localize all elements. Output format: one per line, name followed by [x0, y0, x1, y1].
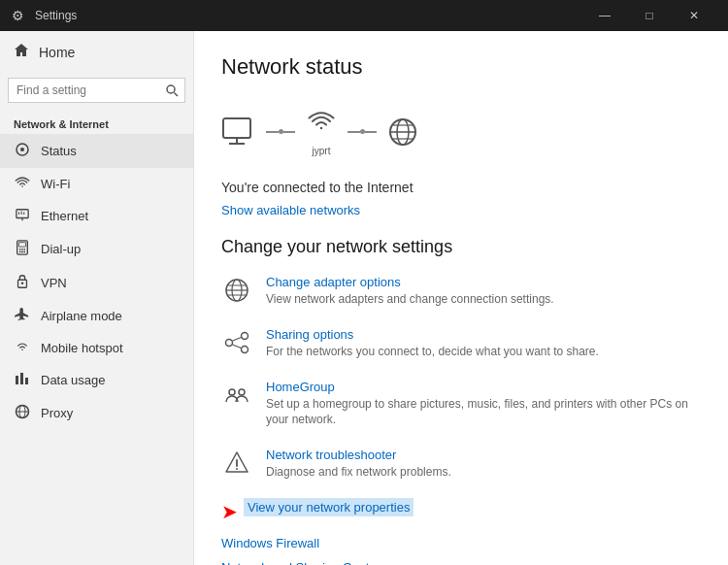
sharing-desc: For the networks you connect to, decide …	[266, 344, 701, 360]
troubleshooter-desc: Diagnose and fix network problems.	[266, 464, 701, 481]
svg-rect-25	[223, 118, 250, 138]
network-diagram: jyрrt	[221, 99, 701, 164]
network-sharing-center-row: Network and Sharing Center	[221, 560, 701, 565]
red-arrow-icon: ➤	[221, 500, 238, 523]
wifi-icon	[14, 176, 31, 192]
svg-point-15	[21, 251, 23, 253]
svg-line-1	[174, 92, 178, 96]
svg-point-11	[19, 249, 21, 250]
search-box	[8, 78, 185, 103]
svg-point-43	[229, 389, 235, 395]
troubleshooter-icon	[221, 448, 252, 479]
sharing-text: Sharing options For the networks you con…	[266, 325, 701, 360]
show-networks-link[interactable]: Show available networks	[221, 203, 360, 217]
sidebar-item-dialup-label: Dial-up	[41, 242, 81, 256]
homegroup-text: HomeGroup Set up a homegroup to share pi…	[266, 378, 701, 429]
svg-line-41	[233, 337, 242, 341]
svg-line-42	[233, 345, 242, 349]
maximize-button[interactable]: □	[627, 0, 672, 31]
title-bar: ⚙ Settings — □ ✕	[0, 0, 728, 31]
links-section: ➤ View your network properties Windows F…	[221, 498, 701, 565]
globe-icon	[384, 116, 421, 148]
home-label: Home	[39, 45, 75, 60]
view-network-props-link[interactable]: View your network properties	[244, 498, 414, 516]
router-label: jyрrt	[313, 146, 331, 156]
troubleshooter-text: Network troubleshooter Diagnose and fix …	[266, 446, 701, 481]
sidebar-item-wifi-label: Wi-Fi	[41, 177, 70, 191]
hotspot-icon	[14, 340, 31, 356]
adapter-link[interactable]: Change adapter options	[266, 275, 401, 289]
sidebar-item-dialup[interactable]: Dial-up	[0, 232, 193, 266]
section-heading: Change your network settings	[221, 237, 701, 257]
svg-rect-20	[20, 373, 23, 384]
sidebar-item-vpn[interactable]: VPN	[0, 266, 193, 300]
adapter-icon	[221, 275, 252, 306]
connected-status: You're connected to the Internet	[221, 180, 701, 195]
svg-point-44	[239, 389, 245, 395]
sidebar-item-proxy[interactable]: Proxy	[0, 396, 193, 430]
homegroup-desc: Set up a homegroup to share pictures, mu…	[266, 396, 701, 429]
svg-rect-4	[17, 210, 28, 218]
content-area: Network status	[194, 31, 728, 565]
status-icon	[14, 142, 31, 160]
svg-point-16	[23, 251, 25, 253]
svg-rect-19	[16, 376, 18, 384]
sidebar-item-hotspot-label: Mobile hotspot	[41, 341, 123, 355]
svg-point-38	[226, 339, 233, 346]
settings-window: ⚙ Settings — □ ✕ Home	[0, 0, 728, 565]
setting-item-sharing: Sharing options For the networks you con…	[221, 325, 701, 360]
computer-icon	[221, 116, 258, 148]
ethernet-icon	[14, 208, 31, 224]
sidebar-item-ethernet-label: Ethernet	[41, 209, 88, 223]
sidebar-item-airplane[interactable]: Airplane mode	[0, 300, 193, 332]
windows-firewall-link[interactable]: Windows Firewall	[221, 536, 701, 550]
sidebar-section-label: Network & Internet	[0, 111, 193, 134]
home-icon	[14, 43, 29, 62]
homegroup-icon	[221, 380, 252, 411]
title-bar-controls: — □ ✕	[582, 0, 716, 31]
proxy-icon	[14, 404, 31, 422]
svg-point-40	[242, 346, 248, 352]
computer-device	[221, 116, 258, 148]
svg-point-39	[242, 332, 248, 339]
sidebar-item-hotspot[interactable]: Mobile hotspot	[0, 332, 193, 364]
sidebar-item-vpn-label: VPN	[41, 276, 67, 290]
svg-point-14	[19, 251, 21, 253]
svg-rect-21	[25, 378, 28, 384]
sidebar: Home Network & Internet	[0, 31, 194, 565]
setting-item-adapter: Change adapter options View network adap…	[221, 273, 701, 308]
svg-point-3	[20, 148, 24, 151]
dialup-icon	[14, 240, 31, 258]
vpn-icon	[14, 274, 31, 292]
router-device: jyрrt	[303, 107, 340, 156]
sidebar-item-status-label: Status	[41, 144, 77, 158]
sharing-link[interactable]: Sharing options	[266, 327, 353, 342]
title-bar-text: Settings	[35, 9, 582, 22]
svg-point-0	[167, 85, 175, 93]
sidebar-item-datausage[interactable]: Data usage	[0, 364, 193, 396]
sidebar-item-status[interactable]: Status	[0, 134, 193, 168]
homegroup-link[interactable]: HomeGroup	[266, 380, 335, 394]
sharing-icon	[221, 327, 252, 358]
main-area: Home Network & Internet	[0, 31, 728, 565]
minimize-button[interactable]: —	[582, 0, 627, 31]
svg-point-18	[21, 282, 24, 284]
network-sharing-center-link[interactable]: Network and Sharing Center	[221, 560, 701, 565]
troubleshooter-link[interactable]: Network troubleshooter	[266, 448, 396, 462]
svg-point-13	[23, 249, 25, 250]
search-button[interactable]	[158, 78, 185, 103]
sidebar-home[interactable]: Home	[0, 31, 193, 74]
router-icon	[303, 107, 340, 142]
sidebar-item-wifi[interactable]: Wi-Fi	[0, 168, 193, 200]
close-button[interactable]: ✕	[672, 0, 716, 31]
page-title: Network status	[221, 54, 701, 80]
windows-firewall-row: Windows Firewall	[221, 536, 701, 550]
sidebar-item-datausage-label: Data usage	[41, 373, 106, 387]
sidebar-item-ethernet[interactable]: Ethernet	[0, 200, 193, 232]
sidebar-item-proxy-label: Proxy	[41, 406, 73, 420]
airplane-icon	[14, 308, 31, 324]
adapter-desc: View network adapters and change connect…	[266, 291, 701, 308]
internet-device	[384, 116, 421, 148]
adapter-text: Change adapter options View network adap…	[266, 273, 701, 308]
setting-item-homegroup: HomeGroup Set up a homegroup to share pi…	[221, 378, 701, 429]
